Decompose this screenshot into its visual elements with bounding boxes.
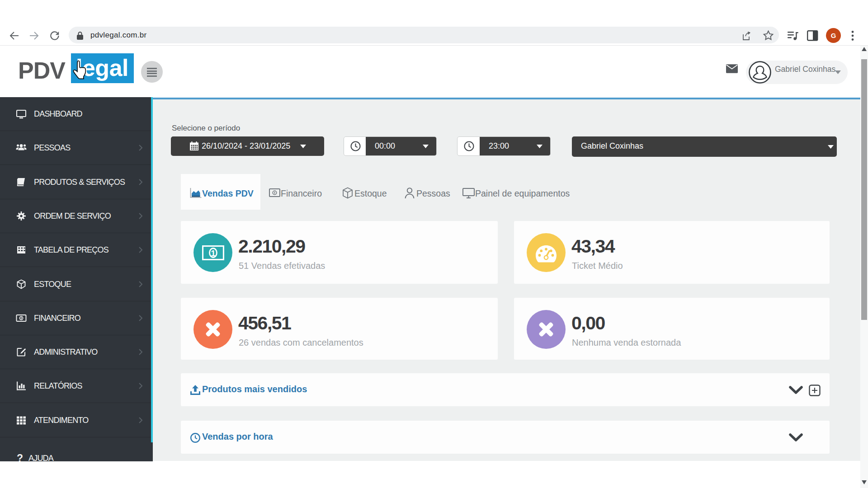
svg-text:1: 1	[211, 249, 215, 258]
